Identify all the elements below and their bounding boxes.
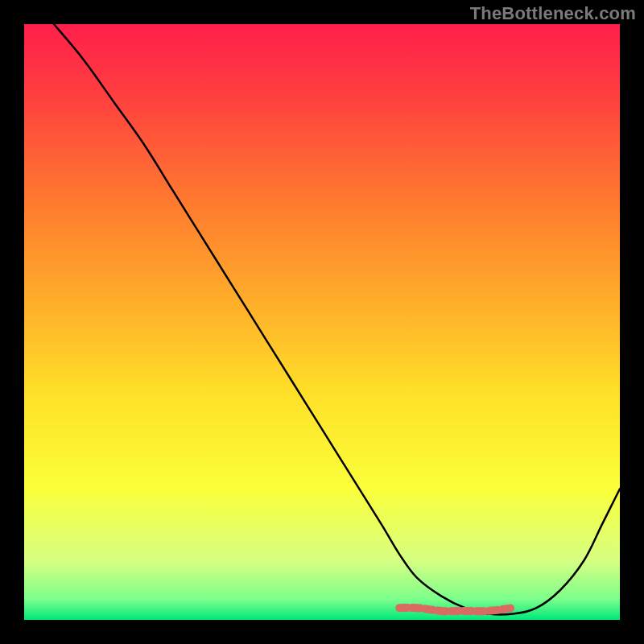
bottom-marker <box>399 608 513 611</box>
chart-frame: TheBottleneck.com <box>0 0 644 644</box>
watermark-text: TheBottleneck.com <box>470 3 636 24</box>
bottleneck-curve <box>54 24 620 615</box>
plot-area <box>24 24 620 620</box>
curve-layer <box>24 24 620 620</box>
